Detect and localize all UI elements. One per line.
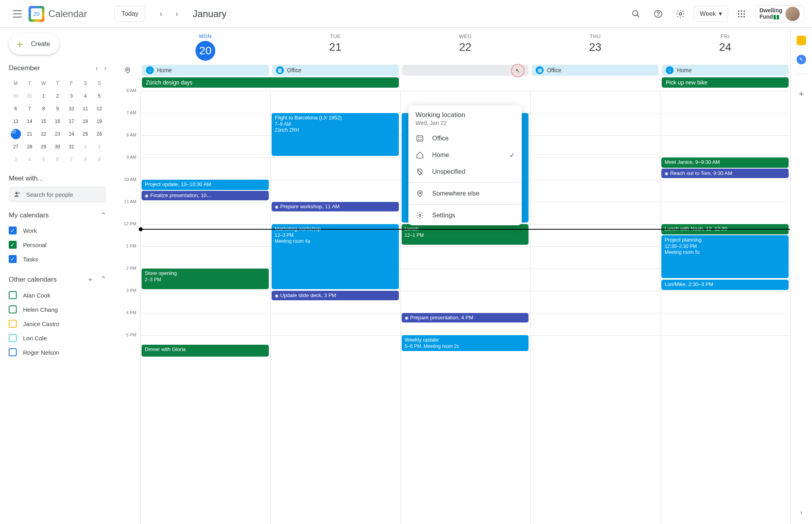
mini-day[interactable]: 7 xyxy=(65,153,79,166)
mini-day[interactable]: 14 xyxy=(23,115,36,128)
mini-day[interactable]: 23 xyxy=(50,128,64,140)
allday-event[interactable]: Zürich design days xyxy=(142,77,399,88)
mini-day[interactable]: 21 xyxy=(23,128,36,140)
collapse-panel-icon[interactable]: › xyxy=(800,509,802,516)
view-selector[interactable]: Week ▾ xyxy=(694,6,728,22)
allday-event[interactable]: Pick up new bike xyxy=(662,77,789,88)
other-calendars-title[interactable]: Other calendars ＋ ⌃ xyxy=(9,275,106,284)
working-location-chip[interactable]: ▦Office xyxy=(532,65,659,76)
mini-day[interactable]: 13 xyxy=(9,115,23,128)
calendar-event[interactable]: Project planning12:30–2:30 PMMeeting roo… xyxy=(661,235,789,278)
mini-day[interactable]: 6 xyxy=(9,102,23,115)
mini-day[interactable]: 15 xyxy=(36,115,50,128)
mini-day[interactable]: 19 xyxy=(92,115,106,128)
org-brand[interactable]: DwellingFund▮▮ xyxy=(755,5,804,23)
calendar-item[interactable]: Roger Nelson xyxy=(9,345,106,359)
next-period-button[interactable]: › xyxy=(169,6,185,22)
calendar-event[interactable]: Dinner with Gloria xyxy=(142,345,269,357)
settings-icon[interactable] xyxy=(672,5,689,23)
checkbox[interactable] xyxy=(9,348,17,356)
calendar-event[interactable]: Reach out to Tom, 9:30 AM xyxy=(661,169,789,178)
calendar-item[interactable]: Alan Cook xyxy=(9,288,106,302)
calendar-event[interactable]: Update slide deck, 3 PM xyxy=(272,291,399,300)
day-header[interactable]: FRI24 xyxy=(660,33,790,61)
mini-day[interactable]: 22 xyxy=(36,128,50,140)
mini-day[interactable]: 16 xyxy=(50,115,64,128)
mini-day[interactable]: 18 xyxy=(79,115,92,128)
day-column[interactable]: Project update, 10–10:30 AMFinalize pres… xyxy=(140,91,270,524)
checkbox[interactable] xyxy=(9,305,17,313)
mini-day[interactable]: 30 xyxy=(50,140,64,153)
mini-day[interactable]: 12 xyxy=(92,102,106,115)
mini-day[interactable]: 26 xyxy=(92,128,106,140)
mini-day[interactable]: 30 xyxy=(9,90,23,102)
day-header[interactable]: THU23 xyxy=(530,33,660,61)
day-header[interactable]: WED22 xyxy=(400,33,530,61)
mini-day[interactable]: 29 xyxy=(36,140,50,153)
checkbox[interactable] xyxy=(9,334,17,342)
mini-day[interactable]: 4 xyxy=(79,90,92,102)
calendar-event[interactable]: Finalize presentation, 10… xyxy=(142,191,269,200)
mini-day[interactable]: 2 xyxy=(50,90,64,102)
mini-day[interactable]: 7 xyxy=(23,102,36,115)
day-column[interactable] xyxy=(530,91,660,524)
popover-option-unspecified[interactable]: Unspecified xyxy=(408,163,522,180)
checkbox[interactable] xyxy=(9,226,17,234)
mini-day[interactable]: 9 xyxy=(92,153,106,166)
calendar-item[interactable]: Janice Castro xyxy=(9,317,106,331)
calendar-item[interactable]: Work xyxy=(9,223,106,238)
mini-day[interactable]: 2 xyxy=(92,140,106,153)
mini-day[interactable]: 11 xyxy=(79,102,92,115)
checkbox[interactable] xyxy=(9,291,17,299)
mini-day[interactable]: 8 xyxy=(79,153,92,166)
mini-day[interactable]: 31 xyxy=(23,90,36,102)
mini-day[interactable]: 1 xyxy=(36,90,50,102)
checkbox[interactable] xyxy=(9,320,17,328)
day-column[interactable]: Flight to Barcelona (LX 1952)7–9 AMZüric… xyxy=(270,91,400,524)
calendar-event[interactable]: Meet Janice, 9–9:30 AM xyxy=(661,157,789,168)
mini-day[interactable]: 4 xyxy=(23,153,36,166)
mini-day[interactable]: 8 xyxy=(36,102,50,115)
create-button[interactable]: ＋ Create xyxy=(9,33,59,55)
avatar[interactable] xyxy=(785,7,800,21)
day-header[interactable]: MON20 xyxy=(140,33,270,61)
calendar-event[interactable]: Project update, 10–10:30 AM xyxy=(142,180,269,190)
popover-settings[interactable]: Settings xyxy=(408,207,522,224)
popover-option-home[interactable]: Home ✓ xyxy=(408,147,522,163)
calendar-event[interactable]: Lunch12–1 PM xyxy=(402,224,529,245)
working-location-chip[interactable]: ⌂Home xyxy=(142,65,269,76)
tasks-icon[interactable]: ✎ xyxy=(797,55,806,64)
mini-day[interactable]: 5 xyxy=(92,90,106,102)
calendar-event[interactable]: Store opening2–3 PM xyxy=(142,269,269,289)
checkbox[interactable] xyxy=(9,255,17,263)
calendar-event[interactable]: Flight to Barcelona (LX 1952)7–9 AMZüric… xyxy=(272,113,399,156)
calendar-item[interactable]: Personal xyxy=(9,238,106,252)
mini-day[interactable]: 27 xyxy=(9,140,23,153)
mini-day[interactable]: 24 xyxy=(65,128,79,140)
mini-day[interactable]: 3 xyxy=(9,153,23,166)
calendar-event[interactable]: Prepare workshop, 11 AM xyxy=(272,202,399,211)
mini-day[interactable]: 10 xyxy=(65,102,79,115)
day-column[interactable]: Meet Janice, 9–9:30 AMReach out to Tom, … xyxy=(660,91,790,524)
my-calendars-title[interactable]: My calendars ⌃ xyxy=(9,211,106,219)
calendar-item[interactable]: Helen Chang xyxy=(9,302,106,317)
mini-day[interactable]: 17 xyxy=(65,115,79,128)
calendar-item[interactable]: Tasks xyxy=(9,252,106,266)
mini-day[interactable]: 3 xyxy=(65,90,79,102)
working-location-chip[interactable]: ⌂Home xyxy=(662,65,789,76)
calendar-event[interactable]: Weekly update5–6 PM, Meeting room 2c xyxy=(402,335,529,351)
mini-day[interactable]: 20 xyxy=(9,128,23,140)
mini-next-icon[interactable]: › xyxy=(104,65,106,72)
popover-option-office[interactable]: Office xyxy=(408,130,522,147)
mini-day[interactable]: 6 xyxy=(50,153,64,166)
menu-icon[interactable] xyxy=(8,4,27,23)
mini-day[interactable]: 5 xyxy=(36,153,50,166)
popover-option-somewhere[interactable]: Somewhere else xyxy=(408,185,522,202)
add-calendar-icon[interactable]: ＋ xyxy=(87,275,94,284)
search-people-input[interactable]: Search for people xyxy=(9,186,106,202)
search-icon[interactable] xyxy=(627,5,645,23)
mini-day[interactable]: 25 xyxy=(79,128,92,140)
mini-day[interactable]: 28 xyxy=(23,140,36,153)
add-addon-icon[interactable]: ＋ xyxy=(797,88,806,100)
calendar-event[interactable]: Lori/Mike, 2:30–3 PM xyxy=(661,280,789,290)
